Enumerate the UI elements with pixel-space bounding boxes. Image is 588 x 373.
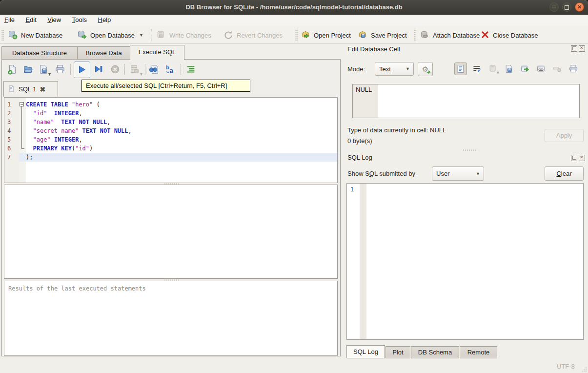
menu-view[interactable]: View (43, 15, 65, 26)
editor-line-4[interactable]: 4 "secret_name" TEXT NOT NULL, (4, 126, 337, 135)
fold-marker[interactable] (19, 100, 26, 109)
toolbar-drag-handle[interactable] (1, 29, 4, 41)
save-sql-file-icon[interactable]: ▼ (37, 63, 50, 76)
save-project-button[interactable]: Save Project (358, 29, 407, 41)
print-cell-icon[interactable] (567, 62, 580, 75)
save-data-icon[interactable] (503, 62, 515, 75)
word-wrap-icon[interactable] (470, 62, 483, 75)
sql-code-editor[interactable]: 1CREATE TABLE "hero" (2 "id" INTEGER,3 "… (4, 97, 338, 183)
fold-marker (19, 153, 26, 162)
edit-cell-float-icon[interactable] (571, 45, 577, 52)
results-grid-pane[interactable] (4, 185, 338, 279)
save-sql-dropdown-arrow[interactable]: ▼ (47, 72, 52, 77)
auto-switch-mode-button[interactable]: ⚙ (418, 62, 433, 76)
cell-mode-select[interactable]: Text ▼ (375, 62, 414, 76)
close-database-button[interactable]: Close Database (481, 29, 538, 41)
sql-file-icon (8, 85, 15, 94)
encoding-status: UTF-8 (557, 363, 575, 370)
open-database-label: Open Database (90, 32, 135, 39)
open-database-icon (77, 30, 87, 41)
cell-mode-value: Text (379, 65, 391, 73)
close-button[interactable]: ✕ (575, 2, 584, 12)
dock-tab-plot[interactable]: Plot (385, 346, 410, 358)
edit-cell-close-icon[interactable] (579, 45, 585, 52)
chevron-down-icon: ▼ (406, 66, 410, 71)
cell-value-editor[interactable]: NULL (352, 84, 580, 118)
find-replace-icon[interactable] (147, 63, 160, 76)
stop-icon (109, 63, 122, 76)
menu-file[interactable]: File (0, 15, 19, 26)
fold-marker (19, 109, 26, 118)
open-database-dropdown-arrow[interactable]: ▼ (139, 33, 143, 38)
toolbar-drag-handle-3[interactable] (414, 29, 416, 41)
attach-database-button[interactable]: Attach Database (420, 29, 480, 41)
open-project-icon (301, 30, 310, 41)
svg-text:b: b (166, 65, 169, 70)
auto-completion-icon[interactable]: ba (164, 63, 177, 76)
import-dropdown-arrow: ▼ (496, 70, 500, 75)
attach-database-icon (420, 30, 429, 41)
editor-line-1[interactable]: 1CREATE TABLE "hero" ( (4, 100, 337, 109)
execute-current-line-icon[interactable] (92, 63, 105, 76)
format-sql-icon[interactable] (184, 63, 197, 76)
open-project-button[interactable]: Open Project (301, 29, 351, 41)
sql-log-float-icon[interactable] (571, 155, 577, 161)
new-database-icon (8, 30, 18, 41)
menu-help[interactable]: Help (94, 15, 116, 26)
svg-text:a: a (169, 67, 173, 74)
print-sql-icon[interactable] (54, 63, 66, 76)
open-sql-file-icon[interactable] (21, 63, 34, 76)
open-database-button[interactable]: Open Database ▼ (77, 29, 143, 41)
new-database-button[interactable]: New Database (8, 29, 62, 41)
tab-execute-sql[interactable]: Execute SQL (130, 45, 184, 60)
sql-editor-lines: 1CREATE TABLE "hero" (2 "id" INTEGER,3 "… (4, 100, 337, 162)
editor-line-6[interactable]: 6 PRIMARY KEY("id") (4, 144, 337, 153)
new-database-label: New Database (21, 32, 62, 39)
maximize-icon (565, 5, 569, 10)
open-sql-tab-icon[interactable] (6, 63, 19, 76)
clear-log-button[interactable]: Clear (545, 166, 584, 181)
messages-placeholder: Results of the last executed statements (8, 285, 146, 292)
attach-database-label: Attach Database (433, 32, 480, 39)
execute-all-icon[interactable] (76, 63, 88, 76)
set-null-icon (551, 62, 564, 75)
window-titlebar[interactable]: DB Browser for SQLite - /home/user/code/… (0, 0, 588, 15)
save-results-icon: ▼ (128, 63, 141, 76)
menu-edit[interactable]: Edit (21, 15, 41, 26)
sql-log-filter-select[interactable]: User ▼ (432, 166, 484, 181)
fold-marker (19, 126, 26, 135)
editor-line-2[interactable]: 2 "id" INTEGER, (4, 109, 337, 118)
fold-marker (19, 118, 26, 126)
sql-document-tab[interactable]: SQL 1 ✖ (3, 81, 58, 97)
revert-changes-label: Revert Changes (237, 32, 283, 39)
dock-tab-db-schema[interactable]: DB Schema (411, 346, 459, 358)
toolbar-drag-handle-2[interactable] (295, 29, 298, 41)
fold-marker (19, 144, 26, 153)
sql-document-tab-label: SQL 1 (19, 85, 36, 93)
maximize-button[interactable] (562, 2, 571, 12)
close-sql-tab-icon[interactable]: ✖ (40, 85, 45, 93)
tab-browse-data[interactable]: Browse Data (77, 46, 130, 60)
cell-value: NULL (356, 86, 372, 93)
sql-log-area[interactable]: 1 (346, 183, 584, 340)
editor-line-3[interactable]: 3 "name" TEXT NOT NULL, (4, 118, 337, 126)
resize-grip[interactable] (581, 366, 587, 372)
dock-tab-sql-log[interactable]: SQL Log (346, 345, 385, 358)
open-project-label: Open Project (314, 32, 351, 39)
edit-cell-dock-title: Edit Database Cell (347, 45, 400, 53)
export-data-icon[interactable] (519, 62, 531, 75)
sql-log-filter-label: Show SQL submitted by (347, 170, 415, 177)
dock-splitter[interactable] (463, 149, 477, 151)
copy-link-icon[interactable] (535, 62, 547, 75)
dock-tab-remote[interactable]: Remote (460, 346, 497, 358)
menu-tools[interactable]: Tools (68, 15, 91, 26)
execute-sql-panel: ▼ ▼ ba (1, 59, 341, 356)
minimize-button[interactable]: ─ (549, 2, 559, 12)
editor-line-7[interactable]: 7); (4, 153, 337, 162)
editor-line-5[interactable]: 5 "age" INTEGER, (4, 135, 337, 144)
tab-database-structure[interactable]: Database Structure (1, 46, 78, 60)
close-database-icon (481, 30, 489, 41)
execution-messages-pane[interactable]: Results of the last executed statements (4, 281, 338, 356)
text-mode-icon[interactable] (454, 62, 467, 75)
sql-log-close-icon[interactable] (579, 155, 585, 161)
